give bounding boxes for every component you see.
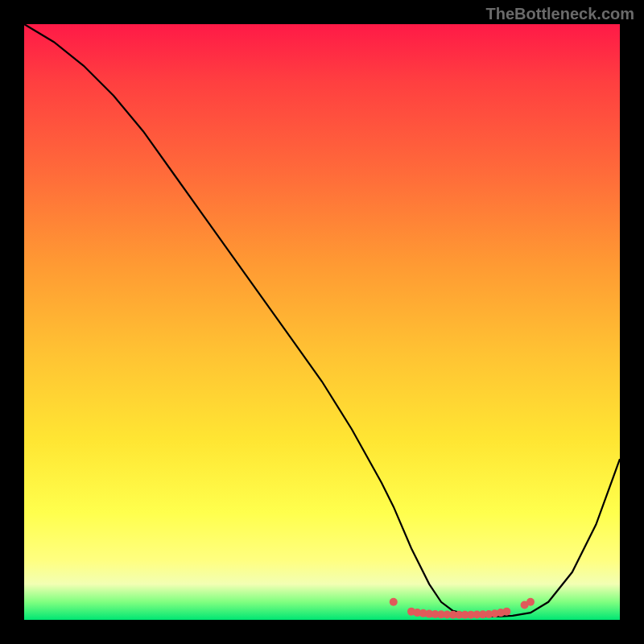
chart-svg (24, 24, 620, 620)
marker-dot (526, 598, 535, 606)
bottleneck-curve (24, 24, 620, 617)
plot-area (24, 24, 620, 620)
watermark-label: TheBottleneck.com (486, 5, 634, 23)
marker-dot (502, 608, 510, 616)
chart-container: TheBottleneck.com (0, 0, 644, 644)
marker-dot (390, 598, 398, 606)
